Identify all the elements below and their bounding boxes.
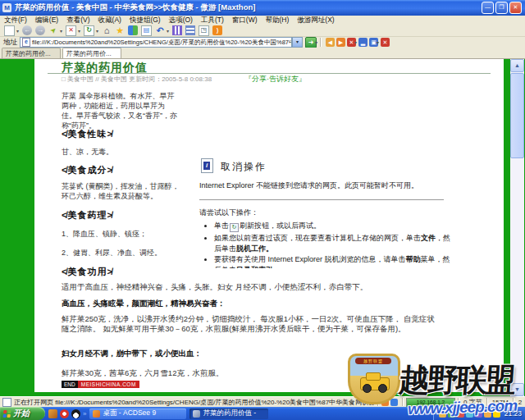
scrollbar-thumb[interactable] (510, 73, 524, 158)
share-link[interactable]: 『分享·告诉好友』 (244, 74, 306, 84)
vertical-scrollbar[interactable]: ▲ ▼ (510, 59, 524, 396)
status-bar: 正在打开网页 file:///K:/Documents%20and%20Sett… (0, 396, 525, 407)
remedy-1-title: 高血压，头痛眩晕，颜面潮红，精神易兴奋者： (62, 299, 226, 309)
end-label: END (62, 381, 78, 388)
menu-groups[interactable]: 快捷组(G) (126, 16, 165, 25)
menubar: 文件(F) 编辑(E) 查看(V) 收藏(A) 快捷组(G) 选项(O) 工具(… (0, 16, 525, 25)
quicklaunch-browser-icon[interactable] (60, 409, 69, 418)
next-tab-icon[interactable]: ▶ (336, 38, 345, 47)
restore-button[interactable]: ❐ (495, 2, 508, 14)
favorites-star-icon[interactable]: ★ (115, 25, 125, 35)
menu-tools[interactable]: 工具(T) (197, 16, 228, 25)
taskbar-task-maxthon[interactable]: 芹菜的药用价值 - (189, 409, 268, 419)
windows-list-caret-icon[interactable]: ▾ (377, 39, 379, 45)
address-input[interactable]: e file:///K:/Documents%20and%20Settings/… (20, 37, 292, 48)
tray-icon-4[interactable] (466, 410, 473, 418)
refresh-mini-icon: ↻ (230, 223, 239, 232)
site-label: MEISHICHINA.COM (78, 381, 139, 388)
columns-icon[interactable] (172, 25, 182, 35)
maxthon-app-icon: M (2, 3, 11, 12)
quicklaunch-overflow-icon[interactable]: » (83, 410, 86, 418)
scroll-up-icon[interactable]: ▲ (510, 59, 524, 72)
load-progress-bar: 192.168.1.2 (406, 398, 455, 407)
menu-window[interactable]: 窗口(W) (228, 16, 262, 25)
go-button-caret-icon[interactable]: ▾ (315, 39, 317, 45)
menu-help[interactable]: 帮助(H) (262, 16, 294, 25)
error-tip-2: 如果您以前查看过该页，现在要查看计算机上存储的网页，单击文件，然后单击脱机工作。 (214, 233, 452, 253)
quicklaunch-qq-icon[interactable] (71, 409, 80, 418)
section-heading-components: ≮美食成分≯ (62, 164, 113, 176)
remedy-1-body: 鲜芹菜250克，洗净，以沸开水烫约2分钟，切细捣绞汁， 每次服1小杯，一日2次。… (62, 314, 439, 333)
toolbar: ▾ ← → ➤▾ ✕▾ ↻▾ ⌂ ★ ▤ ↶▾ ◳ ) (0, 25, 525, 37)
rss-icon[interactable]: ) (212, 25, 222, 35)
menu-options[interactable]: 选项(O) (165, 16, 197, 25)
tray-icon-6[interactable] (484, 410, 491, 418)
remedy-2-title: 妇女月经不调，崩中带下，或小便出血： (62, 349, 202, 359)
address-url-text: file:///K:/Documents%20and%20Settings/CH… (32, 39, 292, 47)
error-title: 取消操作 (221, 160, 267, 174)
home-icon[interactable]: ⌂ (102, 25, 112, 35)
close-button[interactable]: ✕ (509, 2, 522, 14)
status-proxy-icon[interactable] (390, 399, 398, 406)
screen: M 芹菜的药用价值 - 美食中国 - 中华美食网>>饮食健康 - 傲游 [Max… (0, 0, 525, 420)
tab-bar: 芹菜的药用价... 芹菜的药用价... (0, 48, 525, 59)
prev-tab-icon[interactable]: ◀ (326, 38, 335, 47)
webpage-body: 芹菜的药用价值 □ 美食中国 // 美食中国 更新时间：2005-5-8 0:0… (34, 59, 504, 392)
window-titlebar: M 芹菜的药用价值 - 美食中国 - 中华美食网>>饮食健康 - 傲游 [Max… (0, 0, 525, 16)
error-tip-3: 要获得有关使用 Internet Explorer 脱机浏览的信息，请单击帮助菜… (214, 254, 452, 268)
error-frame: i 取消操作 Internet Explorer 不能链接到您请求的网页。此页可… (196, 155, 452, 268)
address-label: 地址 (0, 38, 20, 48)
error-tip-1: 单击↻刷新按钮，或以后再试。 (214, 221, 452, 232)
undo-caret-icon[interactable]: ▾ (167, 28, 169, 34)
grid-icon[interactable] (185, 25, 195, 35)
scroll-down-icon[interactable]: ▼ (510, 383, 524, 396)
status-plugin-icon[interactable] (381, 399, 389, 406)
tray-icon-5[interactable] (475, 410, 482, 418)
menu-favorites[interactable]: 收藏(A) (94, 16, 126, 25)
address-dropdown-icon[interactable]: ▾ (292, 37, 303, 48)
menu-view[interactable]: 查看(V) (62, 16, 94, 25)
taskbar-task-acdsee[interactable]: 桌面 - ACDSee 9 (89, 409, 186, 419)
refresh-caret-icon[interactable]: ▾ (96, 28, 98, 34)
tray-icon-2[interactable] (448, 410, 455, 418)
quicklaunch-maxthon-icon[interactable] (48, 409, 57, 418)
end-badge: END MEISHICHINA.COM (62, 381, 139, 388)
back-icon[interactable]: ← (22, 25, 32, 35)
forward-icon[interactable]: → (35, 25, 45, 35)
menu-edit[interactable]: 编辑(E) (31, 16, 62, 25)
groups-icon[interactable] (128, 25, 138, 35)
maxthon-task-icon (193, 410, 200, 418)
quick-launch-area: » (45, 409, 89, 418)
minimize-button[interactable]: — (482, 2, 494, 14)
section-heading-taste: ≮美食性味≯ (62, 128, 113, 140)
tab-celery-1[interactable]: 芹菜的药用价... (2, 48, 61, 58)
undo-icon[interactable]: ↶ (155, 25, 165, 35)
tray-icon-3[interactable] (457, 410, 464, 418)
new-page-caret-icon[interactable]: ▾ (16, 28, 19, 34)
menu-maxthon-urls[interactable]: 傲游网址(X) (293, 16, 338, 25)
status-bytes: 0 字节 (462, 398, 484, 407)
refresh-icon[interactable]: ↻ (84, 25, 94, 36)
section-heading-uses: ≮美食功用≯ (62, 266, 113, 278)
menu-file[interactable]: 文件(F) (0, 16, 31, 25)
go-arrow-icon[interactable]: ➤ (47, 24, 61, 38)
address-bar: 地址 e file:///K:/Documents%20and%20Settin… (0, 37, 525, 48)
close-all-icon[interactable]: ✕ (381, 38, 390, 47)
minimize-all-icon[interactable]: ▂ (358, 38, 368, 47)
new-page-icon[interactable] (4, 25, 15, 36)
tray-icon-7[interactable] (493, 410, 500, 418)
taskbar: 开始 » 桌面 - ACDSee 9 芹菜的药用价值 - 21:23 (0, 407, 525, 420)
panel-icon[interactable]: ▤ (141, 25, 152, 36)
article-intro: 芹菜 属伞形科植物。有水芹、旱芹两种，功能相近，药用以旱芹为佳。旱芹香气较浓，又… (62, 91, 178, 130)
start-button[interactable]: 开始 (0, 407, 45, 420)
tab-celery-2[interactable]: 芹菜的药用价... (62, 48, 121, 58)
error-tips-label: 请尝试以下操作： (199, 208, 258, 218)
close-tab-caret-icon[interactable]: ▾ (354, 39, 357, 45)
window-title: 芹菜的药用价值 - 美食中国 - 中华美食网>>饮食健康 - 傲游 [Maxth… (15, 2, 255, 13)
stop-icon[interactable]: ✕ (66, 25, 76, 36)
status-page-icon (2, 398, 11, 407)
stop-caret-icon[interactable]: ▾ (78, 28, 80, 34)
section-body-taste: 甘、凉，无毒。 (62, 147, 113, 157)
tray-icon-1[interactable] (439, 410, 446, 418)
popup-window-icon[interactable]: ◳ (199, 25, 209, 36)
